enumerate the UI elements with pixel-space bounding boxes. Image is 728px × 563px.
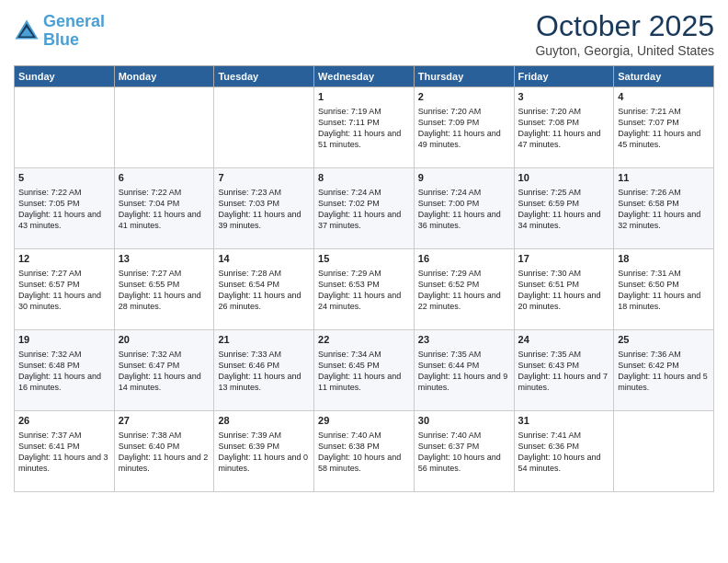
day-number: 22 [318,333,410,347]
day-info: Sunrise: 7:40 AM Sunset: 6:37 PM Dayligh… [418,430,510,475]
day-number: 25 [618,333,710,347]
day-info: Sunrise: 7:39 AM Sunset: 6:39 PM Dayligh… [218,430,310,475]
day-info: Sunrise: 7:20 AM Sunset: 7:09 PM Dayligh… [418,106,510,151]
title-block: October 2025 Guyton, Georgia, United Sta… [535,9,714,58]
day-info: Sunrise: 7:40 AM Sunset: 6:38 PM Dayligh… [318,430,410,475]
day-number: 11 [618,171,710,185]
header-cell-monday: Monday [114,66,214,87]
day-info: Sunrise: 7:30 AM Sunset: 6:51 PM Dayligh… [518,268,610,313]
calendar-cell: 6Sunrise: 7:22 AM Sunset: 7:04 PM Daylig… [114,168,214,249]
day-info: Sunrise: 7:32 AM Sunset: 6:47 PM Dayligh… [119,349,210,394]
calendar-cell: 15Sunrise: 7:29 AM Sunset: 6:53 PM Dayli… [314,249,415,330]
calendar-cell: 13Sunrise: 7:27 AM Sunset: 6:55 PM Dayli… [114,249,214,330]
header-cell-saturday: Saturday [614,66,714,87]
day-info: Sunrise: 7:28 AM Sunset: 6:54 PM Dayligh… [218,268,310,313]
day-info: Sunrise: 7:26 AM Sunset: 6:58 PM Dayligh… [618,187,710,232]
calendar-cell: 31Sunrise: 7:41 AM Sunset: 6:36 PM Dayli… [514,411,614,492]
day-number: 20 [119,333,210,347]
calendar-cell: 5Sunrise: 7:22 AM Sunset: 7:05 PM Daylig… [15,168,115,249]
day-info: Sunrise: 7:32 AM Sunset: 6:48 PM Dayligh… [18,349,110,394]
calendar-cell: 10Sunrise: 7:25 AM Sunset: 6:59 PM Dayli… [514,168,614,249]
calendar-cell: 25Sunrise: 7:36 AM Sunset: 6:42 PM Dayli… [614,330,714,411]
calendar-cell: 19Sunrise: 7:32 AM Sunset: 6:48 PM Dayli… [15,330,115,411]
calendar-cell: 14Sunrise: 7:28 AM Sunset: 6:54 PM Dayli… [214,249,314,330]
logo-text: General Blue [43,13,105,50]
header-cell-friday: Friday [514,66,614,87]
logo: General Blue [14,13,105,50]
calendar-cell: 4Sunrise: 7:21 AM Sunset: 7:07 PM Daylig… [614,87,714,168]
header-cell-tuesday: Tuesday [214,66,314,87]
calendar-row: 19Sunrise: 7:32 AM Sunset: 6:48 PM Dayli… [15,330,714,411]
header-cell-thursday: Thursday [414,66,514,87]
day-number: 7 [218,171,310,185]
calendar-cell [114,87,214,168]
day-info: Sunrise: 7:35 AM Sunset: 6:44 PM Dayligh… [418,349,510,394]
calendar-cell: 17Sunrise: 7:30 AM Sunset: 6:51 PM Dayli… [514,249,614,330]
day-number: 4 [618,90,710,104]
day-number: 17 [518,252,610,266]
day-info: Sunrise: 7:34 AM Sunset: 6:45 PM Dayligh… [318,349,410,394]
day-number: 8 [318,171,410,185]
calendar-cell: 28Sunrise: 7:39 AM Sunset: 6:39 PM Dayli… [214,411,314,492]
header: General Blue October 2025 Guyton, Georgi… [14,9,714,58]
calendar-cell: 20Sunrise: 7:32 AM Sunset: 6:47 PM Dayli… [114,330,214,411]
location: Guyton, Georgia, United States [535,43,714,58]
day-number: 16 [418,252,510,266]
calendar-cell: 1Sunrise: 7:19 AM Sunset: 7:11 PM Daylig… [314,87,415,168]
calendar-cell: 2Sunrise: 7:20 AM Sunset: 7:09 PM Daylig… [414,87,514,168]
day-number: 24 [518,333,610,347]
day-info: Sunrise: 7:29 AM Sunset: 6:52 PM Dayligh… [418,268,510,313]
day-number: 30 [418,414,510,428]
header-row: SundayMondayTuesdayWednesdayThursdayFrid… [15,66,714,87]
day-info: Sunrise: 7:27 AM Sunset: 6:57 PM Dayligh… [18,268,110,313]
day-number: 26 [18,414,110,428]
day-number: 18 [618,252,710,266]
calendar-cell: 7Sunrise: 7:23 AM Sunset: 7:03 PM Daylig… [214,168,314,249]
calendar-row: 1Sunrise: 7:19 AM Sunset: 7:11 PM Daylig… [15,87,714,168]
calendar-cell: 8Sunrise: 7:24 AM Sunset: 7:02 PM Daylig… [314,168,415,249]
day-number: 21 [218,333,310,347]
day-info: Sunrise: 7:33 AM Sunset: 6:46 PM Dayligh… [218,349,310,394]
page: General Blue October 2025 Guyton, Georgi… [0,0,728,563]
calendar-row: 12Sunrise: 7:27 AM Sunset: 6:57 PM Dayli… [15,249,714,330]
calendar-cell [15,87,115,168]
day-number: 9 [418,171,510,185]
calendar-cell: 23Sunrise: 7:35 AM Sunset: 6:44 PM Dayli… [414,330,514,411]
day-number: 23 [418,333,510,347]
calendar-cell: 30Sunrise: 7:40 AM Sunset: 6:37 PM Dayli… [414,411,514,492]
day-number: 29 [318,414,410,428]
day-info: Sunrise: 7:21 AM Sunset: 7:07 PM Dayligh… [618,106,710,151]
day-number: 2 [418,90,510,104]
day-info: Sunrise: 7:36 AM Sunset: 6:42 PM Dayligh… [618,349,710,394]
day-info: Sunrise: 7:23 AM Sunset: 7:03 PM Dayligh… [218,187,310,232]
day-info: Sunrise: 7:41 AM Sunset: 6:36 PM Dayligh… [518,430,610,475]
day-number: 6 [119,171,210,185]
day-number: 10 [518,171,610,185]
day-number: 5 [18,171,110,185]
calendar-cell: 21Sunrise: 7:33 AM Sunset: 6:46 PM Dayli… [214,330,314,411]
header-cell-wednesday: Wednesday [314,66,415,87]
calendar-row: 5Sunrise: 7:22 AM Sunset: 7:05 PM Daylig… [15,168,714,249]
calendar-cell [214,87,314,168]
logo-line1: General [43,12,105,30]
calendar-cell: 11Sunrise: 7:26 AM Sunset: 6:58 PM Dayli… [614,168,714,249]
day-number: 31 [518,414,610,428]
calendar-cell: 18Sunrise: 7:31 AM Sunset: 6:50 PM Dayli… [614,249,714,330]
day-info: Sunrise: 7:31 AM Sunset: 6:50 PM Dayligh… [618,268,710,313]
day-info: Sunrise: 7:29 AM Sunset: 6:53 PM Dayligh… [318,268,410,313]
logo-icon [14,18,40,44]
day-number: 19 [18,333,110,347]
calendar-cell: 24Sunrise: 7:35 AM Sunset: 6:43 PM Dayli… [514,330,614,411]
month-title: October 2025 [535,9,714,43]
calendar-cell: 12Sunrise: 7:27 AM Sunset: 6:57 PM Dayli… [15,249,115,330]
header-cell-sunday: Sunday [15,66,115,87]
day-number: 12 [18,252,110,266]
calendar-cell: 22Sunrise: 7:34 AM Sunset: 6:45 PM Dayli… [314,330,415,411]
day-info: Sunrise: 7:22 AM Sunset: 7:04 PM Dayligh… [119,187,210,232]
day-number: 14 [218,252,310,266]
day-info: Sunrise: 7:19 AM Sunset: 7:11 PM Dayligh… [318,106,410,151]
day-info: Sunrise: 7:37 AM Sunset: 6:41 PM Dayligh… [18,430,110,475]
day-info: Sunrise: 7:24 AM Sunset: 7:02 PM Dayligh… [318,187,410,232]
day-number: 13 [119,252,210,266]
day-info: Sunrise: 7:22 AM Sunset: 7:05 PM Dayligh… [18,187,110,232]
